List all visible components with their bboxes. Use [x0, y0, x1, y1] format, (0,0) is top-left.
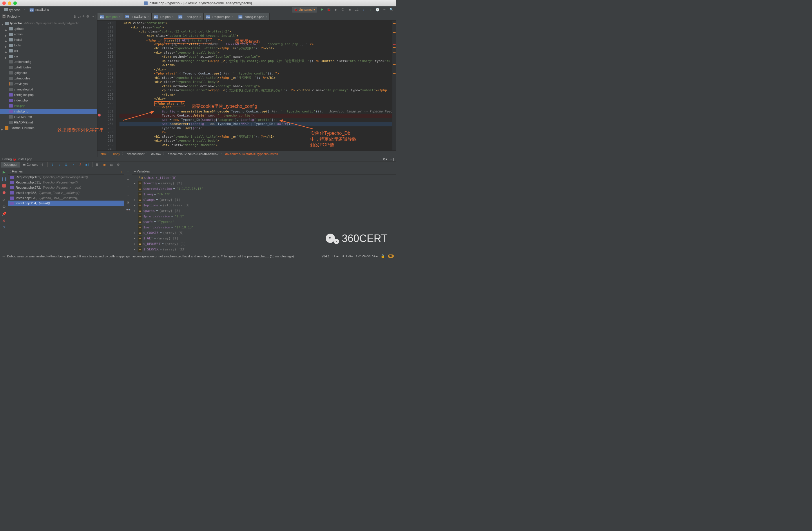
step-out-icon[interactable]: ↑: [70, 161, 76, 168]
breadcrumb-div.column-14.start-06.typecho-install[interactable]: div.column-14.start-06.typecho-install: [225, 152, 278, 156]
debugger-tab[interactable]: Debugger: [1, 162, 20, 167]
tree-item-admin[interactable]: admin: [0, 32, 97, 37]
status-encoding[interactable]: UTF-8≑: [342, 254, 353, 258]
commit-button[interactable]: ✓: [368, 7, 373, 12]
prev-frame-icon[interactable]: ↑: [117, 169, 119, 173]
project-tree[interactable]: typecho ~/Resilio_Sync/apps/code_analyze…: [0, 20, 97, 157]
tree-item-usr[interactable]: usr: [0, 48, 97, 54]
up-icon[interactable]: ↑: [126, 185, 131, 190]
tree-item-config.inc.php[interactable]: config.inc.php: [0, 92, 97, 98]
tree-item-var[interactable]: var: [0, 54, 97, 59]
tree-item-.github[interactable]: .github: [0, 26, 97, 32]
editor-gutter[interactable]: 2102112122132142152162172182192202212222…: [101, 20, 117, 150]
var-$suffixVersion[interactable]: ≡ $suffixVersion = "17.10.13": [132, 225, 396, 230]
help-icon[interactable]: ?: [1, 225, 7, 230]
tree-item-.gitignore[interactable]: .gitignore: [0, 70, 97, 76]
frame-install.php:358[interactable]: install.php:358, Typecho_Feed->__toStrin…: [8, 190, 124, 195]
var-$_GET[interactable]: ▶≡ $_GET = {array} [1]: [132, 236, 396, 241]
var-$options[interactable]: ▶≡ $options = {stdClass} [3]: [132, 203, 396, 208]
tab-close-icon[interactable]: [119, 15, 120, 18]
debug-hide-icon[interactable]: →|: [390, 157, 394, 161]
step-into-icon[interactable]: ↓: [56, 161, 63, 168]
debug-gear-icon[interactable]: ⚙▾: [383, 157, 388, 161]
evaluate-icon[interactable]: 🖩: [94, 161, 101, 168]
stop-icon[interactable]: [1, 183, 7, 188]
tab-close-icon[interactable]: [232, 15, 233, 18]
tree-item-README.md[interactable]: README.md: [0, 120, 97, 125]
step-over-icon[interactable]: ⤵: [49, 161, 56, 168]
settings-icon[interactable]: ⚙: [115, 161, 121, 168]
remove-watch-icon[interactable]: －: [126, 177, 131, 182]
duplicate-icon[interactable]: ⎘: [126, 200, 131, 205]
tree-item-install.php[interactable]: install.php: [0, 109, 97, 114]
stop-button[interactable]: ■: [347, 7, 352, 12]
collapse-all-icon[interactable]: ⊕: [73, 14, 76, 18]
tab-close-icon[interactable]: [265, 15, 267, 18]
var-$langs[interactable]: ▶≡ $langs = {array} [1]: [132, 197, 396, 203]
close-session-icon[interactable]: ✕: [1, 218, 7, 223]
var-$soft[interactable]: ≡ $soft = "Typecho": [132, 219, 396, 225]
var-$prefixVersion[interactable]: ≡ $prefixVersion = "1.1": [132, 213, 396, 219]
tree-item-LICENSE.txt[interactable]: LICENSE.txt: [0, 114, 97, 120]
tree-external-libs[interactable]: External Libraries: [0, 125, 97, 131]
run-config-dropdown[interactable]: 🐞 Unnamed ▾: [292, 7, 317, 13]
frame-Request.php:272[interactable]: Request.php:272, Typecho_Request->__get(…: [8, 185, 124, 190]
breadcrumb-html[interactable]: html: [100, 152, 106, 156]
breadcrumb-body[interactable]: body: [113, 152, 120, 156]
trace-icon[interactable]: ◉: [101, 161, 107, 168]
frame-Request.php:161[interactable]: Request.php:161, Typecho_Request->applyF…: [8, 175, 124, 180]
pin-icon[interactable]: 📌: [1, 211, 7, 216]
update-button[interactable]: ↓: [361, 7, 366, 12]
status-position[interactable]: 234:1: [322, 254, 330, 258]
breadcrumb-root[interactable]: typecho: [2, 7, 22, 12]
breadcrumb-div.row[interactable]: div.row: [151, 152, 161, 156]
editor-marker-gutter[interactable]: [392, 20, 396, 150]
tab-close-icon[interactable]: [172, 15, 173, 18]
tree-item-.editorconfig[interactable]: .editorconfig: [0, 59, 97, 65]
layout-icon[interactable]: ▦: [108, 161, 115, 168]
next-frame-icon[interactable]: ↓: [121, 169, 122, 173]
down-icon[interactable]: ↓: [126, 192, 131, 197]
pause-icon[interactable]: ❚❚: [1, 176, 7, 181]
var-$currentVersion[interactable]: ≡ $currentVersion = "1.1/17.10.13": [132, 186, 396, 192]
profile-button[interactable]: ⏱: [340, 7, 345, 12]
tree-root[interactable]: typecho ~/Resilio_Sync/apps/code_analyze…: [0, 20, 97, 26]
tree-item-info.php[interactable]: info.php: [0, 103, 97, 109]
breadcrumb-div.col-mb-12.col-tb-8.col-tb-offset-2[interactable]: div.col-mb-12.col-tb-8.col-tb-offset-2: [168, 152, 218, 156]
view-breakpoints-icon[interactable]: [1, 190, 7, 195]
tab-Feed.php[interactable]: phpFeed.php: [176, 13, 204, 20]
breadcrumb-bar[interactable]: html〉body〉div.container〉div.row〉div.col-…: [98, 150, 396, 157]
var-$_SERVER[interactable]: ▶≡ $_SERVER = {array} [33]: [132, 247, 396, 252]
debug-settings-icon[interactable]: ⚙: [1, 204, 7, 209]
tree-item-install[interactable]: install: [0, 37, 97, 43]
drop-frame-icon[interactable]: ⤴: [77, 161, 84, 168]
tree-item-changelog.txt[interactable]: changelog.txt: [0, 87, 97, 92]
search-icon[interactable]: 🔍: [389, 7, 394, 12]
status-line-sep[interactable]: LF≑: [332, 254, 339, 258]
scroll-source-icon[interactable]: ⇄: [78, 14, 81, 18]
run-to-cursor-icon[interactable]: ▶|: [84, 161, 90, 168]
var-$this->_filter[0][interactable]: fx $this->_filter[0]: [132, 175, 396, 180]
frame-Request.php:311[interactable]: Request.php:311, Typecho_Request->get(): [8, 180, 124, 185]
resume-icon[interactable]: ▶: [1, 169, 7, 175]
status-event-badge[interactable]: 94: [388, 254, 394, 258]
tab-install.php[interactable]: phpinstall.php: [123, 13, 151, 20]
breadcrumb-div.container[interactable]: div.container: [127, 152, 145, 156]
var-$_REQUEST[interactable]: ▶≡ $_REQUEST = {array} [1]: [132, 241, 396, 247]
vcs-button[interactable]: ⎇: [354, 7, 359, 12]
var-$parts[interactable]: ▶≡ $parts = {array} [2]: [132, 208, 396, 213]
tab-Request.php[interactable]: phpRequest.php: [204, 13, 236, 20]
var-$lang[interactable]: ≡ $lang = "zh_CN": [132, 192, 396, 197]
tab-Db.php[interactable]: phpDb.php: [152, 13, 176, 20]
add-watch-icon[interactable]: ＋: [126, 169, 131, 175]
frame-install.php:120[interactable]: install.php:120, Typecho_Db->__construct…: [8, 195, 124, 201]
force-step-into-icon[interactable]: ⇊: [63, 161, 70, 168]
tab-close-icon[interactable]: [147, 15, 149, 18]
revert-button[interactable]: ↶: [382, 7, 387, 12]
divide-icon[interactable]: ÷: [83, 14, 85, 18]
tab-info.php[interactable]: phpinfo.php: [98, 13, 123, 20]
tree-item-.travis.yml[interactable]: .travis.yml: [0, 81, 97, 87]
var-$config[interactable]: ▶≡ $config = {array} [2]: [132, 180, 396, 186]
status-lock-icon[interactable]: 🔒: [381, 254, 385, 258]
mute-breakpoints-icon[interactable]: ⊘: [1, 197, 7, 202]
